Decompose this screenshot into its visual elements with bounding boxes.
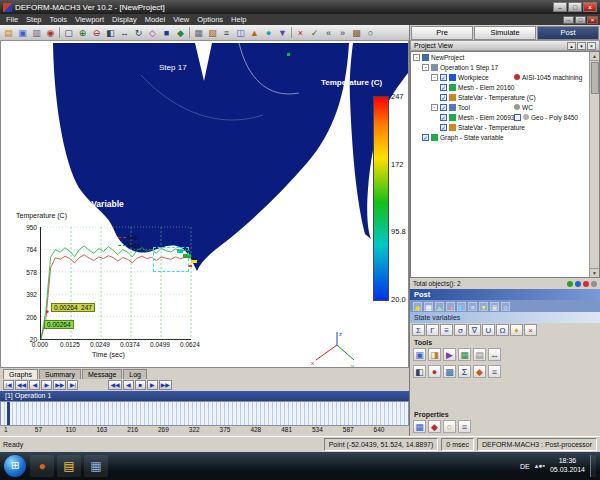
tree-item[interactable]: -✓WorkpieceAISI-1045 machining [411, 72, 599, 82]
display-props-icon[interactable]: ▦ [413, 420, 426, 433]
title-bar[interactable]: DEFORM-MACH3 Ver 10.2 - [NewProject] –□× [0, 0, 600, 14]
close-button[interactable]: × [583, 2, 597, 12]
image-tool-icon[interactable]: ◨ [428, 348, 441, 361]
prev-icon[interactable]: « [322, 27, 335, 39]
menu-viewport[interactable]: Viewport [71, 15, 108, 24]
playback-play-button[interactable]: ▶ [41, 380, 52, 390]
playback-back-button[interactable]: ◀ [29, 380, 40, 390]
clipping-icon[interactable]: ◧ [457, 302, 466, 311]
menu-help[interactable]: Help [227, 15, 250, 24]
report-tool-icon[interactable]: ▤ [473, 348, 486, 361]
tab-simulate[interactable]: Simulate [474, 26, 536, 40]
tree-item-secondary[interactable]: Geo - Poly 8450 [514, 114, 578, 121]
accept-icon[interactable]: ✓ [308, 27, 321, 39]
step-fwd-button[interactable]: ▶▶ [159, 380, 172, 390]
close-panel-icon[interactable]: × [587, 42, 596, 50]
tab-graphs[interactable]: Graphs [3, 369, 38, 379]
tree-checkbox[interactable]: ✓ [440, 74, 447, 81]
menu-step[interactable]: Step [22, 15, 45, 24]
slicing-tool-icon[interactable]: ◧ [413, 365, 426, 378]
node-icon[interactable]: ● [262, 27, 275, 39]
tree-checkbox[interactable] [514, 114, 521, 121]
playback-first-button[interactable]: |◀ [3, 380, 14, 390]
tree-item[interactable]: -NewProject [411, 52, 599, 62]
post-settings-icon[interactable]: ○ [501, 302, 510, 311]
u-variable-icon[interactable]: U [482, 324, 495, 336]
timeline-strip[interactable] [0, 401, 409, 426]
step-rew-button[interactable]: ◀◀ [108, 380, 121, 390]
movie-tool-icon[interactable]: ▶ [443, 348, 456, 361]
contour-plot-icon[interactable]: ▦ [424, 302, 433, 311]
light-props-icon[interactable]: ○ [443, 420, 456, 433]
viewport-3d[interactable]: Step 17 Temperature (C) 24717295.820.0 S… [0, 41, 409, 368]
tool-object-icon[interactable] [575, 281, 581, 287]
iso-view-icon[interactable]: ◆ [174, 27, 187, 39]
remove-object-icon[interactable] [583, 281, 589, 287]
rotate-icon[interactable]: ↻ [132, 27, 145, 39]
zoom-window-icon[interactable]: ◧ [104, 27, 117, 39]
workpiece-object-icon[interactable] [567, 281, 573, 287]
app-shortcut-icon[interactable]: ▦ [84, 455, 108, 477]
sum-variable-icon[interactable]: Σ [412, 324, 425, 336]
help-icon[interactable]: ○ [364, 27, 377, 39]
tab-message[interactable]: Message [82, 369, 122, 379]
tool-options-icon[interactable]: ≡ [488, 365, 501, 378]
restore-button[interactable]: □ [568, 2, 582, 12]
save-icon[interactable]: ▣ [16, 27, 29, 39]
tree-item-secondary[interactable]: WC [514, 104, 533, 111]
zoom-in-icon[interactable]: ⊕ [76, 27, 89, 39]
contour-icon[interactable]: ▩ [350, 27, 363, 39]
step-back-button[interactable]: ◀ [123, 380, 134, 390]
tree-item[interactable]: -Operation 1 Step 17 [411, 62, 599, 72]
selection-rubber-band[interactable] [153, 247, 189, 272]
omega-variable-icon[interactable]: Ω [496, 324, 509, 336]
playback-rew-button[interactable]: ◀◀ [15, 380, 28, 390]
advanced-props-icon[interactable]: ≡ [458, 420, 471, 433]
menu-display[interactable]: Display [108, 15, 141, 24]
export-icon[interactable]: ▣ [490, 302, 499, 311]
slice-icon[interactable]: ▧ [206, 27, 219, 39]
close-button[interactable]: × [587, 16, 598, 24]
flownet-tool-icon[interactable]: ▩ [443, 365, 456, 378]
object-more-icon[interactable] [591, 281, 597, 287]
mesh-icon[interactable]: ▦ [192, 27, 205, 39]
equiv-variable-icon[interactable]: ≡ [440, 324, 453, 336]
probe-icon[interactable]: ▼ [276, 27, 289, 39]
language-indicator[interactable]: DE [520, 463, 530, 470]
tree-expander-icon[interactable]: - [431, 104, 438, 111]
tree-item-secondary[interactable]: AISI-1045 machining [514, 74, 582, 81]
menu-view[interactable]: View [169, 15, 193, 24]
menu-options[interactable]: Options [193, 15, 227, 24]
menu-file[interactable]: File [2, 15, 22, 24]
clear-variable-icon[interactable]: × [524, 324, 537, 336]
tray-icon[interactable]: ▪ [542, 462, 544, 469]
taskbar-clock[interactable]: 18:36 05.03.2014 [550, 457, 585, 475]
tab-pre[interactable]: Pre [411, 26, 473, 40]
tree-item[interactable]: -✓ToolWC [411, 102, 599, 112]
firefox-icon[interactable]: ● [30, 455, 54, 477]
state-variables-header[interactable]: State variables [410, 312, 600, 323]
probe-point-icon[interactable]: ● [446, 302, 455, 311]
expand-all-icon[interactable]: ▾ [577, 42, 586, 50]
tab-post[interactable]: Post [537, 26, 599, 40]
palette-icon[interactable]: ◆ [413, 302, 422, 311]
select-icon[interactable]: ▢ [62, 27, 75, 39]
scroll-down-icon[interactable]: ▼ [590, 268, 599, 277]
menu-tools[interactable]: Tools [46, 15, 72, 24]
pan-icon[interactable]: ↔ [118, 27, 131, 39]
layers-icon[interactable]: ≡ [220, 27, 233, 39]
collapse-all-icon[interactable]: ▴ [567, 42, 576, 50]
playback-last-button[interactable]: ▶| [67, 380, 78, 390]
explorer-icon[interactable]: ▤ [57, 455, 81, 477]
tree-item[interactable]: ✓StateVar - Temperature [411, 122, 599, 132]
record-icon[interactable]: ◉ [44, 27, 57, 39]
simulation-tool-icon[interactable]: ▣ [413, 348, 426, 361]
tree-checkbox[interactable]: ✓ [440, 124, 447, 131]
playback-fwd-button[interactable]: ▶▶ [53, 380, 66, 390]
tree-item[interactable]: ✓Graph - State variable [411, 132, 599, 142]
variable-tool-icon[interactable]: Σ [458, 365, 471, 378]
tree-checkbox[interactable]: ✓ [422, 134, 429, 141]
tree-item[interactable]: ✓Mesh - Elem 20693Geo - Poly 8450 [411, 112, 599, 122]
color-props-icon[interactable]: ◆ [428, 420, 441, 433]
flag-variable-icon[interactable]: ♦ [510, 324, 523, 336]
